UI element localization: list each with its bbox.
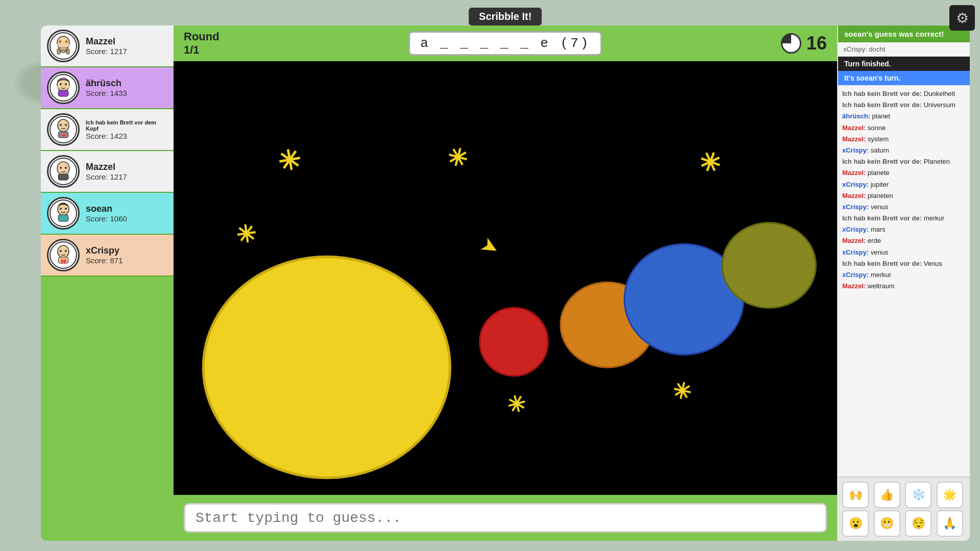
svg-point-34 <box>65 250 67 252</box>
avatar: 🎀 <box>47 113 80 146</box>
svg-point-12 <box>60 83 62 85</box>
chat-message: Ich hab kein Brett vor de: merkur <box>842 214 966 223</box>
player-item: 🎀 xCrispy Score: 871 <box>41 235 174 277</box>
gear-button[interactable]: ⚙ <box>949 5 975 31</box>
svg-point-29 <box>65 208 67 210</box>
avatar <box>47 30 80 62</box>
svg-point-7 <box>57 42 69 47</box>
svg-point-33 <box>60 250 62 252</box>
svg-rect-25 <box>58 174 68 180</box>
player-score: Score: 1433 <box>86 89 167 97</box>
bottom-input-area <box>174 495 837 541</box>
player-info: ährüsch Score: 1433 <box>86 78 167 97</box>
chat-message: Ich hab kein Brett vor de: Dunkelheit <box>842 89 966 98</box>
game-title: Scribble It! <box>469 8 542 26</box>
chat-message: Mazzel: erde <box>842 236 966 245</box>
svg-point-17 <box>60 124 62 126</box>
avatar <box>47 71 80 104</box>
player-score: Score: 1217 <box>86 172 167 181</box>
player-name: soean <box>86 204 167 214</box>
its-soean-turn: It's soean's turn. <box>838 71 970 85</box>
sidebar-bottom <box>41 277 174 541</box>
svg-point-32 <box>58 245 69 258</box>
player-info: xCrispy Score: 871 <box>86 245 167 265</box>
chat-messages: Ich hab kein Brett vor de: DunkelheitIch… <box>838 85 970 477</box>
svg-text:🎀: 🎀 <box>61 133 66 138</box>
emoji-cold[interactable]: ❄️ <box>905 482 932 508</box>
player-score: Score: 871 <box>86 256 167 265</box>
svg-point-37 <box>203 257 450 478</box>
player-name: Mazzel <box>86 36 167 47</box>
emoji-keep-calm[interactable]: 😌 <box>905 510 932 537</box>
avatar <box>47 155 80 188</box>
chat-message: Mazzel: planete <box>842 168 966 178</box>
emoji-thanks[interactable]: 🙏 <box>937 510 963 537</box>
chat-message: Ich hab kein Brett vor de: Universum <box>842 101 966 110</box>
player-info: Ich hab kein Brett vor dem Kopf Score: 1… <box>86 119 167 140</box>
timer-number: 16 <box>806 33 827 54</box>
right-panel: soean's guess was correct! xCrispy: doch… <box>837 26 970 541</box>
emoji-grid: 🙌👍❄️🌟😮😬😌🙏 <box>838 477 970 541</box>
svg-point-28 <box>60 208 62 210</box>
svg-text:✳: ✳ <box>445 142 471 173</box>
player-info: Mazzel Score: 1217 <box>86 36 167 56</box>
top-bar: Scribble It! Round 1/1 a _ _ _ _ _ e (7)… <box>174 26 837 61</box>
drawing-canvas: ✳ ✳ ✳ ✳ ➤ ✳ ✳ <box>174 61 837 495</box>
svg-text:🎀: 🎀 <box>60 258 67 265</box>
avatar <box>47 197 80 230</box>
chat-message: Mazzel: system <box>842 135 966 144</box>
player-item: 🎀 Ich hab kein Brett vor dem Kopf Score:… <box>41 109 174 151</box>
emoji-oops[interactable]: 😬 <box>874 510 900 537</box>
player-item: Mazzel Score: 1217 <box>41 26 174 67</box>
chat-message: xCrispy: merkur <box>842 270 966 280</box>
svg-point-24 <box>65 167 67 169</box>
chat-message: Ich hab kein Brett vor de: Planeten <box>842 157 966 166</box>
center-area: Scribble It! Round 1/1 a _ _ _ _ _ e (7)… <box>174 26 837 541</box>
svg-text:✳: ✳ <box>504 390 528 419</box>
player-name: xCrispy <box>86 245 167 256</box>
player-item: soean Score: 1060 <box>41 193 174 235</box>
emoji-star[interactable]: 🌟 <box>937 482 963 508</box>
player-info: soean Score: 1060 <box>86 204 167 223</box>
player-score: Score: 1217 <box>86 47 167 56</box>
timer-area: 16 <box>781 33 827 54</box>
player-info: Mazzel Score: 1217 <box>86 162 167 181</box>
svg-point-38 <box>480 308 548 375</box>
player-item: Mazzel Score: 1217 <box>41 151 174 193</box>
svg-point-13 <box>65 83 67 85</box>
xcrispy-docht: xCrispy: docht <box>838 42 970 57</box>
main-container: Mazzel Score: 1217 ährüsch <box>41 26 970 541</box>
svg-point-16 <box>58 119 69 132</box>
emoji-wow[interactable]: 😮 <box>842 510 869 537</box>
svg-rect-14 <box>58 90 68 96</box>
chat-message: Ich hab kein Brett vor de: Venus <box>842 259 966 268</box>
player-score: Score: 1060 <box>86 214 167 223</box>
svg-point-18 <box>65 124 67 126</box>
turn-finished-bar: Turn finished. <box>838 57 970 71</box>
svg-text:➤: ➤ <box>478 234 502 260</box>
player-list: Mazzel Score: 1217 ährüsch <box>41 26 174 541</box>
chat-message: xCrispy: venus <box>842 248 966 257</box>
player-name: Mazzel <box>86 162 167 172</box>
chat-message: Mazzel: sonne <box>842 123 966 133</box>
round-label: Round <box>184 30 219 43</box>
guess-input[interactable] <box>184 503 827 533</box>
avatar: 🎀 <box>47 239 80 271</box>
chat-message: xCrispy: venus <box>842 203 966 212</box>
svg-text:✳: ✳ <box>670 378 693 405</box>
chat-message: xCrispy: jupiter <box>842 180 966 189</box>
svg-text:✳: ✳ <box>276 144 303 178</box>
timer-circle <box>781 33 801 54</box>
chat-message: xCrispy: mars <box>842 225 966 234</box>
emoji-clap[interactable]: 🙌 <box>842 482 869 508</box>
round-info: Round 1/1 <box>184 30 219 57</box>
svg-point-22 <box>57 162 69 175</box>
player-name: ährüsch <box>86 78 167 89</box>
player-name: Ich hab kein Brett vor dem Kopf <box>86 119 167 132</box>
chat-message: ährüsch: planet <box>842 112 966 121</box>
svg-point-41 <box>722 223 816 308</box>
emoji-thumbsup[interactable]: 👍 <box>874 482 900 508</box>
svg-rect-30 <box>58 215 68 221</box>
chat-message: Mazzel: weltraum <box>842 282 966 291</box>
svg-text:✳: ✳ <box>234 220 258 249</box>
